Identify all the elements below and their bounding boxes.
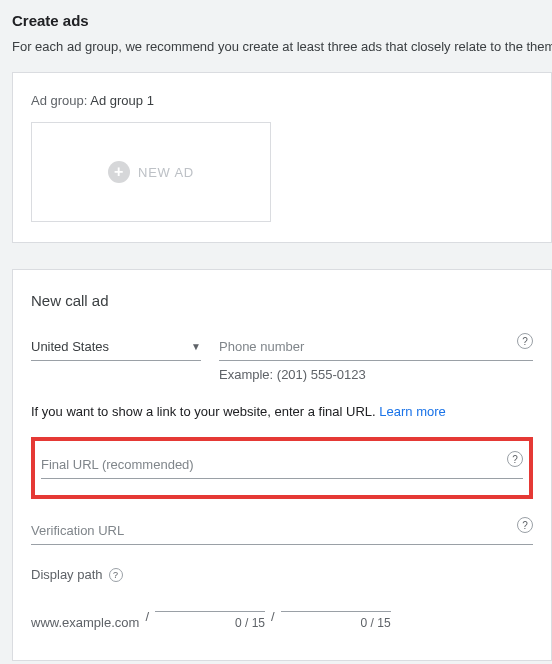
plus-circle-icon: + (108, 161, 130, 183)
final-url-hint: If you want to show a link to your websi… (31, 404, 533, 419)
learn-more-link[interactable]: Learn more (379, 404, 445, 419)
new-call-ad-form: New call ad United States ▼ ? Example: (… (12, 269, 552, 661)
form-title: New call ad (31, 292, 533, 309)
display-path-domain: www.example.com (31, 615, 139, 630)
path1-counter: 0 / 15 (155, 616, 265, 630)
path-separator: / (145, 609, 149, 630)
help-icon[interactable]: ? (517, 333, 533, 349)
phone-example-text: Example: (201) 555-0123 (219, 367, 533, 382)
path2-counter: 0 / 15 (281, 616, 391, 630)
phone-number-input[interactable] (219, 335, 533, 361)
country-select[interactable]: United States ▼ (31, 335, 201, 361)
page-subtitle: For each ad group, we recommend you crea… (12, 39, 552, 54)
final-url-input[interactable] (41, 453, 523, 479)
new-ad-label: NEW AD (138, 165, 194, 180)
display-path-1-input[interactable] (155, 590, 265, 612)
page-title: Create ads (12, 12, 552, 29)
ad-group-label: Ad group: Ad group 1 (31, 93, 533, 108)
help-icon[interactable]: ? (507, 451, 523, 467)
final-url-highlight: ? (31, 437, 533, 499)
help-icon[interactable]: ? (517, 517, 533, 533)
ad-group-name: Ad group 1 (90, 93, 154, 108)
help-icon[interactable]: ? (109, 568, 123, 582)
final-url-hint-text: If you want to show a link to your websi… (31, 404, 379, 419)
display-path-2-input[interactable] (281, 590, 391, 612)
path-separator: / (271, 609, 275, 630)
country-selected-value: United States (31, 339, 109, 354)
ad-group-card: Ad group: Ad group 1 + NEW AD (12, 72, 552, 243)
verification-url-input[interactable] (31, 519, 533, 545)
ad-group-prefix: Ad group: (31, 93, 87, 108)
chevron-down-icon: ▼ (191, 341, 201, 352)
display-path-label: Display path (31, 567, 103, 582)
new-ad-button[interactable]: + NEW AD (31, 122, 271, 222)
